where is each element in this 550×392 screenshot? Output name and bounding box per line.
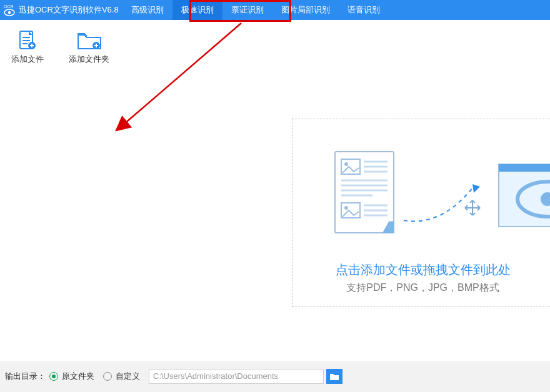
add-file-button[interactable]: 添加文件 — [11, 29, 44, 65]
top-menu-bar: OCR 迅捷OCR文字识别软件V6.8 高级识别 极速识别 票证识别 图片局部识… — [0, 0, 550, 20]
svg-point-24 — [344, 206, 348, 210]
toolbar: 添加文件 添加文件夹 — [0, 20, 550, 74]
svg-rect-32 — [499, 164, 550, 172]
ocr-eye-icon: OCR — [2, 3, 16, 17]
output-label: 输出目录： — [5, 371, 46, 382]
main-area: 点击添加文件或拖拽文件到此处 支持PDF，PNG，JPG，BMP格式 — [0, 74, 550, 361]
menu-item-fast[interactable]: 极速识别 — [172, 0, 222, 20]
radio-dot-icon — [49, 372, 58, 381]
dropzone-title: 点击添加文件或拖拽文件到此处 — [292, 262, 550, 278]
menu-item-advanced[interactable]: 高级识别 — [122, 0, 172, 20]
menu: 高级识别 极速识别 票证识别 图片局部识别 语音识别 — [122, 0, 389, 20]
app-logo: OCR 迅捷OCR文字识别软件V6.8 — [0, 3, 122, 17]
output-path-input[interactable]: C:\Users\Administrator\Documents — [149, 369, 324, 384]
svg-rect-13 — [335, 152, 394, 233]
svg-point-15 — [344, 162, 348, 166]
output-bar: 输出目录： 原文件夹 自定义 C:\Users\Administrator\Do… — [0, 361, 550, 392]
app-title: 迅捷OCR文字识别软件V6.8 — [19, 4, 119, 16]
dropzone-illustration — [322, 145, 550, 245]
svg-text:OCR: OCR — [4, 4, 14, 9]
menu-item-region[interactable]: 图片局部识别 — [272, 0, 339, 20]
radio-custom-folder[interactable]: 自定义 — [103, 371, 140, 382]
svg-point-2 — [8, 11, 11, 14]
radio-custom-label: 自定义 — [116, 371, 140, 382]
add-file-label: 添加文件 — [11, 54, 44, 65]
radio-dot-icon — [103, 372, 112, 381]
dropzone-subtitle: 支持PDF，PNG，JPG，BMP格式 — [292, 282, 550, 295]
add-folder-button[interactable]: 添加文件夹 — [69, 29, 109, 65]
menu-item-receipt[interactable]: 票证识别 — [222, 0, 272, 20]
radio-original-label: 原文件夹 — [62, 371, 94, 382]
add-folder-icon — [74, 29, 104, 54]
drop-zone[interactable]: 点击添加文件或拖拽文件到此处 支持PDF，PNG，JPG，BMP格式 — [292, 119, 550, 307]
svg-marker-28 — [472, 184, 480, 193]
folder-icon — [329, 372, 339, 381]
radio-original-folder[interactable]: 原文件夹 — [49, 371, 94, 382]
add-folder-label: 添加文件夹 — [69, 54, 109, 65]
menu-item-voice[interactable]: 语音识别 — [339, 0, 389, 20]
add-file-icon — [12, 29, 42, 54]
browse-folder-button[interactable] — [326, 369, 342, 384]
